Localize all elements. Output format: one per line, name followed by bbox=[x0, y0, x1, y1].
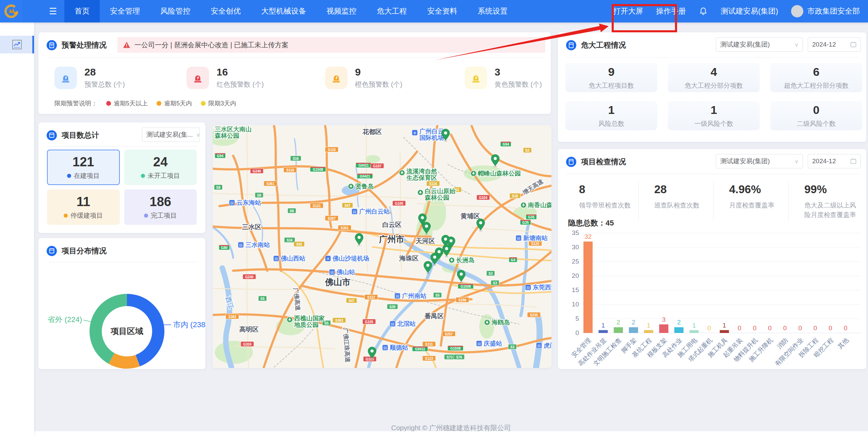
org-filter-select[interactable]: 测试建安易(集...∨ bbox=[142, 128, 200, 142]
map-label-广州南站: 回广州南站 bbox=[395, 292, 427, 299]
panel-title: 项目数总计 bbox=[62, 130, 99, 140]
nav-item-9[interactable]: 系统设置 bbox=[467, 0, 518, 22]
month-picker[interactable]: 2024-12 bbox=[808, 37, 861, 52]
bell-icon[interactable] bbox=[699, 6, 708, 16]
trend-chart-icon bbox=[12, 39, 22, 50]
nav-item-4[interactable]: 安全创优 bbox=[200, 0, 251, 22]
org-switcher[interactable]: 测试建安易(集团) bbox=[721, 6, 778, 16]
road-badge-S361: S361 bbox=[264, 181, 277, 186]
svg-text:✈: ✈ bbox=[413, 131, 416, 135]
stat-label: 巡查队检查次数 bbox=[654, 201, 710, 210]
svg-text:S76: S76 bbox=[456, 355, 462, 359]
bar-value: 3 bbox=[662, 316, 666, 323]
map-label-云东海站: 回云东海站 bbox=[229, 199, 261, 206]
svg-text:S5: S5 bbox=[260, 297, 265, 301]
svg-text:S55: S55 bbox=[296, 242, 302, 246]
nav-item-6[interactable]: 视频监控 bbox=[316, 0, 367, 22]
svg-text:S363: S363 bbox=[335, 319, 343, 322]
nav-item-7[interactable]: 危大工程 bbox=[367, 0, 417, 22]
stat-value: 4.96% bbox=[729, 183, 785, 196]
bar-value: 1 bbox=[601, 322, 605, 329]
card-value: 24 bbox=[153, 155, 167, 169]
project-card-1[interactable]: 121 在建项目 bbox=[47, 150, 120, 185]
map-label-高明区: 高明区 bbox=[239, 326, 259, 333]
danger-stats: 9 危大工程项目数 4 危大工程分部分项数 6 超危大工程分部分项数 1 风险总… bbox=[565, 63, 862, 130]
svg-text:回: 回 bbox=[384, 346, 387, 350]
legend-dot bbox=[106, 101, 111, 106]
bar-value: 0 bbox=[753, 324, 757, 332]
danger-works-panel: 危大工程情况 测试建安易(集团)∨ 2024-12 9 危大工程项目数 4 危大… bbox=[558, 32, 866, 142]
map-label-庆盛站: 回庆盛站 bbox=[476, 340, 502, 347]
map-label-佛山西站: 回佛山西站 bbox=[273, 255, 305, 262]
open-big-screen-button[interactable]: 打开大屏 bbox=[613, 6, 643, 16]
svg-text:高明区: 高明区 bbox=[239, 326, 259, 333]
hamburger-icon[interactable]: ☰ bbox=[49, 6, 57, 17]
bar-value: 0 bbox=[768, 324, 772, 332]
svg-text:S2: S2 bbox=[455, 188, 460, 192]
svg-text:回: 回 bbox=[275, 257, 278, 261]
svg-text:S8: S8 bbox=[257, 194, 261, 197]
road-badge-G1508: G1508 bbox=[310, 167, 326, 172]
project-card-2[interactable]: 24 未开工项目 bbox=[124, 150, 197, 185]
svg-text:G107: G107 bbox=[373, 164, 382, 168]
map-label-贤鲁岛: 贤鲁岛 bbox=[348, 183, 374, 190]
siren-icon bbox=[465, 67, 487, 89]
bar-value: 2 bbox=[616, 319, 620, 326]
nav-item-8[interactable]: 安全资料 bbox=[417, 0, 467, 22]
app-logo bbox=[0, 0, 22, 22]
stat-label: 橙色预警数 (个) bbox=[355, 80, 402, 89]
bar-脚手架 bbox=[629, 327, 638, 333]
svg-text:S3: S3 bbox=[493, 281, 497, 285]
svg-text:S47: S47 bbox=[344, 204, 351, 207]
road-badge-S361: S361 bbox=[338, 225, 351, 230]
card-value: 186 bbox=[150, 195, 171, 209]
svg-text:35: 35 bbox=[572, 230, 579, 236]
region-donut-chart: 市内 (238)市外省内 (74)省外 (224)项目区域 bbox=[38, 261, 205, 370]
inspection-stat-3: 4.96% 月度检查覆盖率 bbox=[713, 182, 788, 221]
alert-banner[interactable]: 一公司一分 | 琶洲会展中心改造 | 已施工未上传方案 bbox=[117, 37, 545, 53]
project-total-panel: 项目数总计 测试建安易(集...∨ 121 在建项目 24 未开工项目 11 停… bbox=[38, 122, 205, 233]
bar-value: 1 bbox=[692, 322, 696, 329]
svg-text:S47: S47 bbox=[349, 299, 355, 303]
month-picker[interactable]: 2024-12 bbox=[808, 154, 861, 168]
bar-基坑工程 bbox=[644, 330, 653, 333]
project-map[interactable]: G94G94S2S118S16G240S118G1508G0421G107G04… bbox=[213, 125, 551, 368]
map-label-番禺区: 番禺区 bbox=[424, 313, 444, 320]
project-card-3[interactable]: 11 停缓建项目 bbox=[47, 189, 120, 225]
panel-icon bbox=[47, 40, 57, 50]
stat-value: 28 bbox=[84, 66, 125, 78]
svg-text:G105: G105 bbox=[395, 202, 403, 205]
project-card-4[interactable]: 186 完工项目 bbox=[124, 189, 197, 225]
user-menu[interactable]: 市政集团安全部 bbox=[791, 5, 860, 17]
svg-text:佛山西站: 佛山西站 bbox=[280, 255, 305, 262]
card-label: 未开工项目 bbox=[148, 171, 180, 180]
org-filter-select[interactable]: 测试建安易(集团)∨ bbox=[716, 37, 803, 52]
road-badge-S3: S3 bbox=[508, 344, 516, 349]
map-label-广州市: 广州市 bbox=[379, 234, 404, 244]
map-label-新塘南站: 回新塘南站 bbox=[516, 235, 548, 241]
svg-text:长洲岛: 长洲岛 bbox=[456, 257, 475, 264]
nav-item-1[interactable]: 首页 bbox=[64, 0, 100, 22]
svg-text:S73: S73 bbox=[447, 355, 453, 359]
panel-icon bbox=[47, 246, 57, 256]
road-badge-G107: G107 bbox=[371, 163, 384, 168]
panel-icon bbox=[566, 40, 576, 50]
svg-text:帽峰山森林公园: 帽峰山森林公园 bbox=[478, 170, 521, 177]
nav-item-5[interactable]: 大型机械设备 bbox=[251, 0, 316, 22]
svg-text:回: 回 bbox=[230, 201, 234, 205]
card-value: 121 bbox=[73, 155, 94, 169]
manual-button[interactable]: 操作手册 bbox=[656, 6, 686, 16]
svg-text:流溪湾自然生态保育区: 流溪湾自然生态保育区 bbox=[406, 168, 437, 181]
road-badge-G105: G105 bbox=[363, 356, 376, 362]
road-badge-G240: G240 bbox=[243, 274, 256, 279]
donut-center-label: 项目区域 bbox=[110, 326, 143, 336]
org-filter-select[interactable]: 测试建安易(集团)∨ bbox=[716, 154, 803, 168]
sidebar-item-dashboard[interactable] bbox=[0, 36, 34, 53]
card-dot bbox=[64, 214, 68, 218]
svg-text:S2: S2 bbox=[525, 149, 530, 152]
svg-text:G324: G324 bbox=[243, 342, 252, 346]
nav-item-2[interactable]: 安全管理 bbox=[100, 0, 150, 22]
card-value: 11 bbox=[77, 195, 90, 209]
nav-item-3[interactable]: 风险管控 bbox=[150, 0, 200, 22]
panel-icon bbox=[47, 130, 57, 140]
